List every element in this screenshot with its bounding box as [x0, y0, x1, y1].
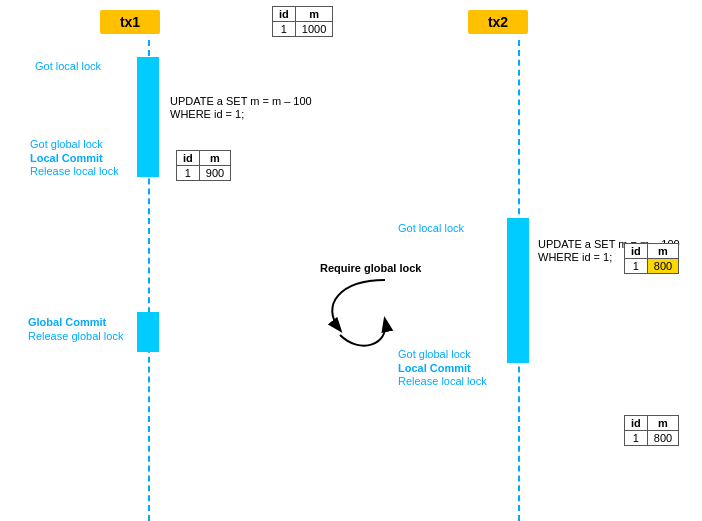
tx2-table-bottom-m-header: m: [647, 416, 678, 431]
tx2-table-bottom-id-value: 1: [625, 431, 648, 446]
tx2-table-id-value: 1: [625, 259, 648, 274]
tx2-where-label: WHERE id = 1;: [538, 251, 612, 263]
tx2-table-bottom-m-value: 800: [647, 431, 678, 446]
tx2-got-global-lock-label: Got global lock: [398, 348, 471, 360]
tx1-table-m-header: m: [199, 151, 230, 166]
tx1-table: id m 1 900: [176, 150, 231, 181]
tx2-header: tx2: [468, 10, 528, 34]
tx1-release-global-lock-label: Release global lock: [28, 330, 123, 342]
tx1-active-bar: [137, 57, 159, 177]
tx1-header: tx1: [100, 10, 160, 34]
initial-table-id-value: 1: [273, 22, 296, 37]
tx1-where-label: WHERE id = 1;: [170, 108, 244, 120]
tx1-table-id-header: id: [177, 151, 200, 166]
tx1-global-commit-bar: [137, 312, 159, 352]
tx2-local-commit-label: Local Commit: [398, 362, 471, 374]
initial-table-m-header: m: [295, 7, 332, 22]
initial-table-id-header: id: [273, 7, 296, 22]
tx2-table: id m 1 800: [624, 243, 679, 274]
diagram: tx1 tx2 id m 1 1000 Got local lock UPDAT…: [0, 0, 702, 521]
tx1-release-local-lock-label: Release local lock: [30, 165, 119, 177]
tx1-got-local-lock-label: Got local lock: [35, 60, 101, 72]
tx1-table-id-value: 1: [177, 166, 200, 181]
tx2-table-m-value: 800: [647, 259, 678, 274]
tx1-got-global-lock-label: Got global lock: [30, 138, 103, 150]
tx1-update-label: UPDATE a SET m = m – 100: [170, 95, 312, 107]
arrows-svg: [310, 275, 420, 355]
tx2-table-m-header: m: [647, 244, 678, 259]
tx2-table-id-header: id: [625, 244, 648, 259]
tx1-local-commit-label: Local Commit: [30, 152, 103, 164]
tx2-table-bottom: id m 1 800: [624, 415, 679, 446]
require-global-lock-label: Require global lock: [320, 262, 421, 274]
tx2-active-bar: [507, 218, 529, 363]
tx2-got-local-lock-label: Got local lock: [398, 222, 464, 234]
tx1-table-m-value: 900: [199, 166, 230, 181]
initial-table-m-value: 1000: [295, 22, 332, 37]
tx2-release-local-lock-label: Release local lock: [398, 375, 487, 387]
initial-table: id m 1 1000: [272, 6, 333, 37]
tx1-global-commit-label: Global Commit: [28, 316, 106, 328]
tx2-table-bottom-id-header: id: [625, 416, 648, 431]
